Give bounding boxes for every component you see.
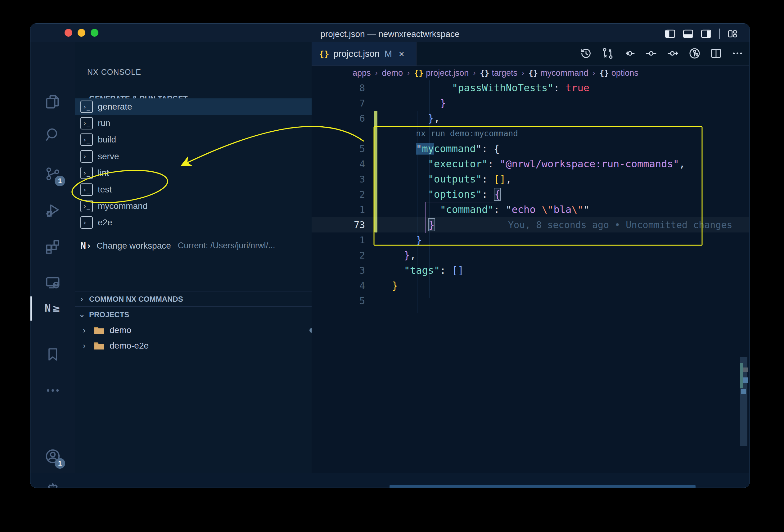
code-token: " [476, 143, 482, 155]
target-item-mycommand[interactable]: ›_mycommand [75, 198, 312, 214]
toggle-panel-icon[interactable] [683, 29, 693, 38]
target-item-generate[interactable]: ›_generate [75, 99, 312, 115]
code-lens-run-command[interactable]: nx run demo:mycommand [416, 126, 518, 141]
target-item-serve[interactable]: ›_serve [75, 148, 312, 165]
change-workspace-item[interactable]: N› Change workspace Current: /Users/juri… [75, 237, 312, 254]
code-lens-line[interactable]: nx run demo:mycommand [312, 126, 749, 141]
code-line[interactable]: 1} [312, 232, 749, 248]
breadcrumb-item-project.json[interactable]: {}project.json [414, 68, 469, 78]
code-line[interactable]: 4} [312, 278, 749, 293]
breadcrumb-item-apps[interactable]: apps [353, 68, 371, 78]
code-token: , [410, 249, 416, 261]
activity-settings[interactable]: 1 [30, 476, 75, 488]
tab-project-json[interactable]: {} project.json M × [312, 42, 417, 65]
project-item-demo-e2e[interactable]: ›demo-e2e [75, 338, 312, 354]
breadcrumb-item-demo[interactable]: demo [382, 68, 403, 78]
activity-bookmarks[interactable] [30, 340, 75, 370]
code-token: : [482, 188, 494, 200]
code-token: " [584, 204, 589, 216]
activity-accounts[interactable]: 1 [30, 442, 75, 472]
code-token: : [487, 158, 500, 170]
toggle-sidebar-icon[interactable] [665, 29, 675, 38]
close-tab-icon[interactable]: × [399, 49, 404, 59]
breadcrumb[interactable]: apps›demo›{}project.json›{}targets›{}myc… [353, 65, 639, 80]
code-line[interactable]: 3"outputs": [], [312, 172, 749, 187]
code-token: true [565, 82, 589, 94]
section-common-nx-commands[interactable]: › COMMON NX COMMANDS [75, 292, 312, 306]
target-item-lint[interactable]: ›_lint [75, 165, 312, 181]
activity-search[interactable] [30, 120, 75, 150]
code-line[interactable]: 6}, [312, 111, 749, 126]
activity-run-debug[interactable] [30, 196, 75, 226]
code-line[interactable]: 3"tags": [] [312, 263, 749, 278]
project-label: demo-e2e [110, 341, 149, 351]
code-line[interactable]: 5"mycommand": { [312, 141, 749, 157]
target-item-build[interactable]: ›_build [75, 132, 312, 148]
code-token: "tags" [404, 264, 440, 276]
target-item-run[interactable]: ›_run [75, 115, 312, 131]
code-line[interactable]: 5 [312, 293, 749, 309]
breadcrumb-separator: › [375, 68, 378, 77]
code-line[interactable]: 73}You, 8 seconds ago • Uncommitted chan… [312, 217, 749, 232]
breadcrumb-item-mycommand[interactable]: {}mycommand [529, 68, 588, 78]
target-item-test[interactable]: ›_test [75, 181, 312, 198]
horizontal-scrollbar[interactable] [390, 485, 696, 488]
code-token: " [506, 204, 511, 216]
breadcrumb-item-options[interactable]: {}options [600, 68, 639, 78]
files-icon [45, 94, 61, 111]
breadcrumb-label: demo [382, 68, 403, 78]
next-change-icon[interactable] [667, 47, 679, 61]
layout-controls[interactable] [665, 29, 737, 39]
toggle-secondary-sidebar-icon[interactable] [701, 29, 711, 38]
code-line[interactable]: 2}, [312, 248, 749, 263]
line-number: 4 [312, 278, 365, 293]
editor-group: {} project.json M × apps›demo›{}project.… [312, 42, 749, 473]
tab-label: project.json [334, 49, 380, 59]
window-title: project.json — newnxreactwrkspace [30, 29, 750, 39]
code-token: } [416, 234, 422, 246]
code-token: : [494, 204, 506, 216]
code-line[interactable]: 2"options": { [312, 187, 749, 202]
breadcrumb-label: mycommand [540, 68, 588, 78]
commit-icon[interactable] [689, 47, 701, 61]
activity-nx-console[interactable]: N≥ [30, 293, 75, 324]
code-editor[interactable]: 8"passWithNoTests": true7}6},nx run demo… [312, 80, 749, 360]
prev-change-icon[interactable] [623, 47, 636, 61]
search-icon [45, 127, 61, 144]
breadcrumb-label: targets [492, 68, 517, 78]
code-line[interactable]: 8"passWithNoTests": true [312, 80, 749, 95]
compare-icon[interactable] [601, 47, 614, 61]
remote-icon [45, 274, 61, 292]
activity-more-views[interactable] [30, 376, 75, 406]
code-token: "outputs" [428, 173, 482, 185]
customize-layout-icon[interactable] [728, 29, 737, 38]
terminal-icon: ›_ [80, 167, 93, 179]
code-token: { [494, 188, 501, 201]
split-editor-icon[interactable] [710, 48, 722, 60]
more-actions-icon[interactable] [731, 47, 744, 61]
code-token: : [482, 143, 494, 155]
activity-source-control[interactable]: 1 [30, 160, 75, 189]
activity-explorer[interactable] [30, 87, 75, 117]
current-workspace-path: Current: /Users/juri/nrwl/... [178, 241, 275, 250]
target-label: generate [98, 102, 132, 112]
code-line[interactable]: 4"executor": "@nrwl/workspace:run-comman… [312, 157, 749, 172]
line-number: 8 [312, 80, 365, 95]
line-number: 6 [312, 111, 365, 126]
activity-extensions[interactable] [30, 232, 75, 262]
target-item-e2e[interactable]: ›_e2e [75, 215, 312, 231]
title-bar[interactable]: project.json — newnxreactwrkspace [30, 24, 750, 42]
breadcrumb-item-targets[interactable]: {}targets [480, 68, 517, 78]
section-projects[interactable]: ⌄ PROJECTS [75, 308, 312, 322]
target-label: lint [98, 168, 109, 178]
gutter-change-icon[interactable] [645, 47, 657, 61]
code-line[interactable]: 7} [312, 95, 749, 111]
extensions-icon [45, 239, 61, 256]
project-item-demo[interactable]: ›demo [75, 323, 312, 338]
folder-icon [93, 341, 105, 351]
line-number: 3 [312, 263, 365, 278]
svg-text:N: N [45, 302, 51, 314]
code-token: \" [541, 204, 554, 216]
history-icon[interactable] [580, 47, 592, 61]
code-line[interactable]: 1"command": "echo \"bla\"" [312, 202, 749, 217]
